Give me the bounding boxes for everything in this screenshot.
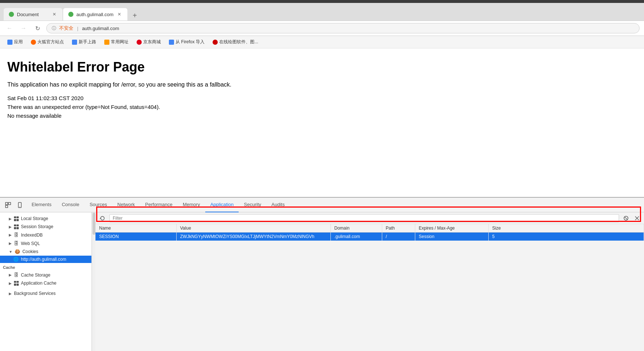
tab-sources[interactable]: Sources [84,198,112,212]
col-header-path: Path [382,224,415,233]
filter-clear-button[interactable] [633,214,641,222]
web-sql-label: Web SQL [21,241,40,246]
sidebar-item-web-sql[interactable]: ▶ 🗄 Web SQL [0,239,91,248]
protocol-label: 不安全 [59,25,73,32]
cache-storage-chevron: ▶ [9,273,12,277]
cookies-label: Cookies [22,249,38,254]
address-url: auth.gulimall.com [82,26,119,31]
indexeddb-label: IndexedDB [21,233,43,238]
bookmark-label-jd: 京东商城 [143,39,161,45]
svg-line-6 [625,217,627,220]
new-tab-button[interactable]: + [130,10,140,21]
filter-input[interactable] [109,214,619,222]
session-storage-label: Session Storage [21,224,53,229]
tab-audits[interactable]: Audits [266,198,290,212]
bookmark-favicon-fox [31,40,36,45]
bookmark-common[interactable]: 常用网址 [101,38,131,46]
session-storage-chevron: ▶ [9,225,12,229]
tab-console[interactable]: Console [57,198,84,212]
tab-favicon-2 [68,12,73,17]
local-storage-chevron: ▶ [9,217,12,221]
tab-document[interactable]: Document ✕ [4,8,62,21]
col-header-expires: Expires / Max-Age [415,224,488,233]
indexeddb-icon: 🗄 [14,232,19,238]
svg-rect-0 [6,202,8,205]
sidebar-item-cookies-url[interactable]: 🌐 http://auth.gulimall.com [0,256,91,263]
bookmark-newbie[interactable]: 新手上路 [69,38,99,46]
svg-rect-1 [8,202,11,205]
bookmark-fox[interactable]: 火狐官方站点 [28,38,67,46]
tab-title-2: auth.gulimall.com [76,12,113,17]
bookmark-label-fox: 火狐官方站点 [37,39,64,45]
devtools-mobile-icon[interactable] [15,200,25,210]
sidebar-item-indexeddb[interactable]: ▶ 🗄 IndexedDB [0,231,91,239]
devtools-panel: Elements Console Sources Network Perform… [0,197,644,351]
application-cache-label: Application Cache [21,281,57,286]
cell-domain: .gulimall.com [330,233,382,241]
tab-network[interactable]: Network [112,198,140,212]
sidebar-scrollbar[interactable] [92,212,95,351]
bookmark-favicon-common [104,40,109,45]
devtools-body: ▶ Local Storage ▶ S [0,212,644,351]
cell-path: / [382,233,415,241]
table-row[interactable]: SESSION ZWJkNGYyNWMtOWZiYS00MGIxLTJjMWYt… [95,233,644,241]
sidebar-item-background-services[interactable]: ▶ Background Services [0,289,91,297]
bookmark-favicon-apps [7,40,12,45]
tab-bar: Document ✕ auth.gulimall.com ✕ + [0,3,644,21]
sidebar-item-cache-storage[interactable]: ▶ 🗄 Cache Storage [0,271,91,279]
filter-bar [95,212,644,224]
forward-button[interactable]: → [18,23,29,33]
back-button[interactable]: ← [4,23,15,33]
refresh-button[interactable]: ↻ [32,23,43,33]
sidebar-item-cookies[interactable]: ▼ 🍪 Cookies [0,248,91,256]
tab-title-1: Document [17,12,39,17]
tab-application[interactable]: Application [205,198,239,212]
bookmark-apps[interactable]: 应用 [4,38,26,46]
web-sql-chevron: ▶ [9,241,12,245]
tab-performance[interactable]: Performance [140,198,177,212]
devtools-inspect-icon[interactable] [3,200,13,210]
session-storage-grid-icon [14,224,19,229]
sidebar-item-application-cache[interactable]: ▶ Application Cache [0,279,91,287]
bookmark-ff[interactable]: 从 Firefox 导入 [166,38,207,46]
sidebar-scrollbar-thumb [93,213,95,235]
cache-storage-icon: 🗄 [14,272,19,278]
separator: | [77,26,78,31]
tab-close-1[interactable]: ✕ [51,11,57,17]
error-detail1: There was an unexpected error (type=Not … [7,103,637,111]
cookies-chevron: ▼ [9,250,12,254]
bookmark-jd[interactable]: 京东商城 [134,38,164,46]
devtools-sidebar: ▶ Local Storage ▶ S [0,212,92,351]
cookies-url-icon: 🌐 [13,257,19,262]
bookmark-favicon-online [213,40,218,45]
tab-close-2[interactable]: ✕ [116,11,122,17]
cookies-icon: 🍪 [15,249,20,254]
app-cache-chevron: ▶ [9,281,12,285]
sidebar-item-session-storage[interactable]: ▶ Session Storage [0,223,91,231]
table-header-row: Name Value Domain Path Expires / Max-Age… [95,224,644,233]
filter-block-button[interactable] [622,214,630,222]
error-detail-block: Sat Feb 01 11:02:33 CST 2020 There was a… [7,94,637,120]
error-timestamp: Sat Feb 01 11:02:33 CST 2020 [7,94,637,103]
tab-elements[interactable]: Elements [26,198,57,212]
svg-point-4 [19,206,20,207]
cell-size: 5 [488,233,644,241]
address-input-container[interactable]: ⓘ 不安全 | auth.gulimall.com [46,23,640,33]
bookmark-favicon-newbie [72,40,77,45]
bookmark-online[interactable]: 在线绘图软件、图... [210,38,261,46]
col-header-value: Value [176,224,330,233]
bookmark-label-common: 常用网址 [111,39,129,45]
local-storage-label: Local Storage [21,216,48,221]
refresh-cookies-button[interactable] [98,214,106,222]
cache-storage-label: Cache Storage [21,273,50,278]
cell-expires: Session [415,233,488,241]
devtools-main-panel: Name Value Domain Path Expires / Max-Age… [95,212,644,351]
tab-auth[interactable]: auth.gulimall.com ✕ [63,8,127,21]
tab-memory[interactable]: Memory [178,198,205,212]
col-header-size: Size [488,224,644,233]
bookmark-favicon-ff [169,40,174,45]
sidebar-item-local-storage[interactable]: ▶ Local Storage [0,215,91,223]
tab-favicon-1 [9,12,14,17]
tab-security[interactable]: Security [239,198,266,212]
bookmarks-bar: 应用 火狐官方站点 新手上路 常用网址 京东商城 从 Firefox 导入 在线… [0,36,644,48]
